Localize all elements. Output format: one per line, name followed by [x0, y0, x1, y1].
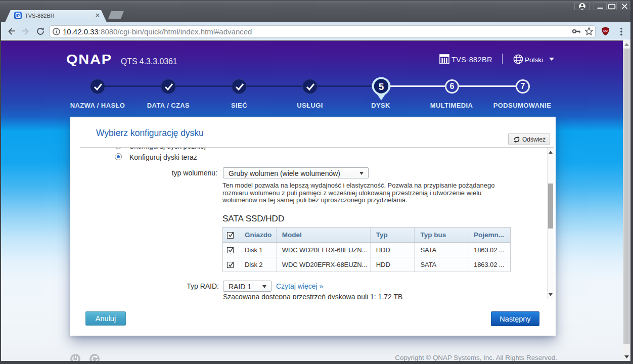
svg-text:5: 5 [379, 81, 384, 92]
svg-text:UO: UO [603, 29, 608, 32]
